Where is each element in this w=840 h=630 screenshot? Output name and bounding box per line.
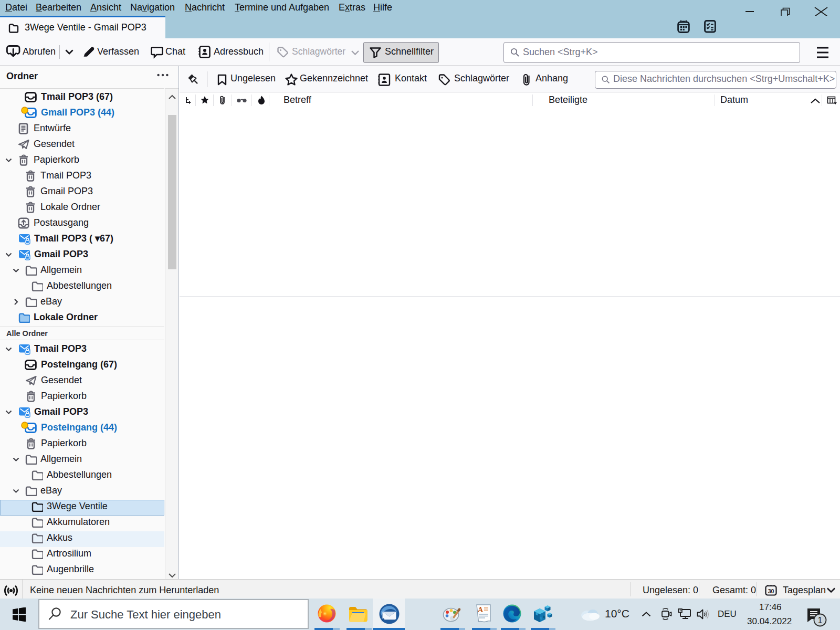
svg-text:1: 1 xyxy=(818,616,823,625)
svg-text:A: A xyxy=(478,606,484,614)
svg-text:30: 30 xyxy=(768,588,774,594)
